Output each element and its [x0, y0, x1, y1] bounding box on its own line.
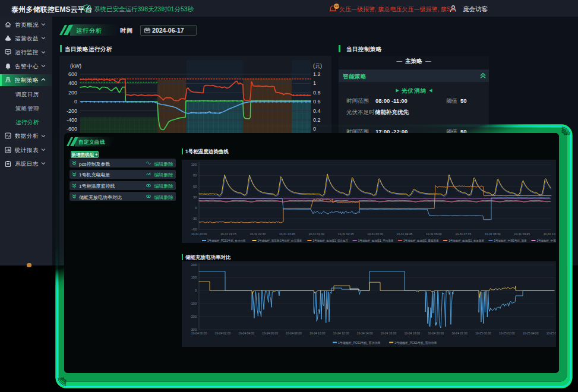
svg-text:-300: -300 — [190, 328, 197, 331]
svg-text:1号储能柜_空调2号机_温度: 1号储能柜_空调2号机_温度 — [537, 239, 557, 242]
svg-text:1号储能柜_空调1号机_温度: 1号储能柜_空调1号机_温度 — [494, 239, 527, 242]
svg-text:1号储能柜_PCS1号机_有功功率: 1号储能柜_PCS1号机_有功功率 — [338, 341, 380, 345]
svg-text:10-24 22:00: 10-24 22:00 — [451, 331, 468, 335]
svg-text:10-31 23:45: 10-31 23:45 — [279, 232, 295, 236]
svg-text:10-24 18:00: 10-24 18:00 — [404, 331, 420, 335]
svg-text:10-25 00:00: 10-25 00:00 — [475, 331, 491, 335]
svg-text:1号储能柜_电池簇1_最高温度: 1号储能柜_电池簇1_最高温度 — [403, 239, 439, 243]
svg-text:10-31 06:00: 10-31 06:00 — [426, 232, 442, 236]
svg-text:10-31 09:45: 10-31 09:45 — [514, 232, 530, 236]
svg-text:10-31 03:30: 10-31 03:30 — [367, 232, 383, 236]
svg-text:30: 30 — [193, 195, 197, 198]
svg-text:10-31 11:00: 10-31 11:00 — [544, 232, 556, 236]
svg-text:1号储能柜_电池簇1_平均温度: 1号储能柜_电池簇1_平均温度 — [358, 239, 394, 243]
svg-text:10-25 04:00: 10-25 04:00 — [523, 331, 539, 335]
svg-text:10-24 14:00: 10-24 14:00 — [357, 331, 373, 335]
svg-text:10-24 16:00: 10-24 16:00 — [381, 331, 397, 335]
svg-text:2号储能柜_PCS1号机_有功功率: 2号储能柜_PCS1号机_有功功率 — [394, 341, 437, 345]
svg-text:10-24 20:00: 10-24 20:00 — [428, 331, 444, 335]
svg-text:1号储能柜_电池簇1_簇总电压: 1号储能柜_电池簇1_簇总电压 — [312, 239, 348, 243]
svg-text:200: 200 — [191, 263, 197, 267]
svg-text:100: 100 — [191, 163, 197, 166]
svg-text:-100: -100 — [190, 302, 197, 305]
svg-text:80: 80 — [193, 173, 197, 177]
svg-text:-200: -200 — [190, 315, 197, 318]
svg-text:10-25 06:00: 10-25 06:00 — [547, 331, 556, 335]
svg-text:0: 0 — [195, 289, 197, 292]
svg-text:10-24 02:00: 10-24 02:00 — [215, 331, 231, 335]
svg-text:100: 100 — [191, 276, 197, 279]
svg-text:10-31 02:15: 10-31 02:15 — [338, 232, 354, 236]
svg-text:1号储能柜_电池簇1_单体温度: 1号储能柜_电池簇1_单体温度 — [448, 239, 484, 243]
svg-text:1号储能柜_PCS1号机_有功功率: 1号储能柜_PCS1号机_有功功率 — [207, 239, 246, 242]
svg-text:10-31 04:45: 10-31 04:45 — [397, 232, 413, 236]
svg-text:0: 0 — [195, 206, 197, 210]
svg-text:1号储能柜_温湿度-1号机柜_白天温度: 1号储能柜_温湿度-1号机柜_白天温度 — [258, 239, 302, 242]
svg-text:10-24 06:00: 10-24 06:00 — [262, 331, 278, 335]
svg-text:10-24 08:00: 10-24 08:00 — [286, 331, 302, 335]
svg-text:10-24 04:00: 10-24 04:00 — [238, 331, 254, 335]
svg-text:10-31 07:15: 10-31 07:15 — [455, 232, 471, 236]
svg-text:-60: -60 — [192, 227, 197, 231]
svg-text:10-31 01:00: 10-31 01:00 — [308, 232, 324, 236]
svg-text:10-24 12:00: 10-24 12:00 — [333, 331, 349, 335]
svg-text:10-31 22:30: 10-31 22:30 — [249, 232, 266, 236]
svg-text:10-25 02:00: 10-25 02:00 — [499, 331, 515, 335]
svg-text:10-31 21:15: 10-31 21:15 — [220, 232, 236, 236]
svg-text:10-24 00:00: 10-24 00:00 — [191, 331, 207, 335]
svg-text:-30: -30 — [192, 217, 197, 220]
svg-text:10-31 20:00: 10-31 20:00 — [191, 232, 207, 236]
svg-text:10-24 10:00: 10-24 10:00 — [309, 331, 326, 335]
svg-text:60: 60 — [193, 184, 197, 188]
svg-text:10-31 08:30: 10-31 08:30 — [485, 232, 501, 236]
